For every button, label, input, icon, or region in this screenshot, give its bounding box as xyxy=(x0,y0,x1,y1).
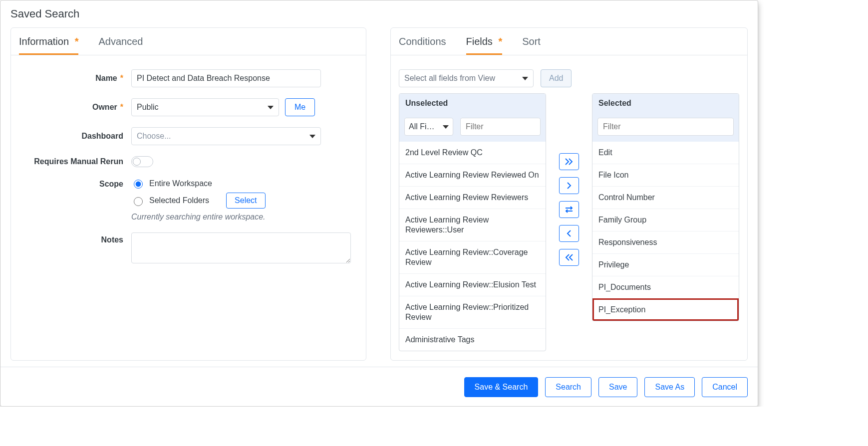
name-input[interactable] xyxy=(131,69,321,87)
chevron-down-icon xyxy=(522,77,528,80)
pane-left: Information * Advanced Name* xyxy=(10,27,366,361)
select-folders-button[interactable]: Select xyxy=(226,193,265,209)
label-owner-text: Owner xyxy=(92,103,117,111)
list-item[interactable]: 2nd Level Review QC xyxy=(399,142,546,164)
dashboard-select-placeholder: Choose... xyxy=(137,132,171,141)
save-as-button[interactable]: Save As xyxy=(644,377,695,397)
list-item[interactable]: Responsiveness xyxy=(592,231,739,253)
right-tabs: Conditions Fields * Sort xyxy=(391,28,747,55)
pane-right: Conditions Fields * Sort Select all fiel… xyxy=(390,27,748,361)
tab-advanced[interactable]: Advanced xyxy=(98,36,143,55)
content-columns: Information * Advanced Name* xyxy=(0,27,758,367)
list-item[interactable]: Administrative Tags xyxy=(399,328,546,351)
move-all-right-button[interactable] xyxy=(559,153,579,170)
label-notes: Notes xyxy=(19,232,131,244)
tab-advanced-label: Advanced xyxy=(98,36,143,47)
scope-radio-selected-label: Selected Folders xyxy=(149,196,209,205)
add-button[interactable]: Add xyxy=(541,69,572,87)
unselected-column: Unselected All Fi… 2nd Level Review QCAc… xyxy=(399,93,546,351)
list-item[interactable]: Active Learning Review Reviewers xyxy=(399,186,546,209)
list-item[interactable]: Control Number xyxy=(592,186,739,209)
tab-sort[interactable]: Sort xyxy=(522,36,541,55)
save-button[interactable]: Save xyxy=(598,377,637,397)
scope-hint: Currently searching entire workspace. xyxy=(131,213,358,222)
label-name-text: Name xyxy=(95,74,117,82)
label-requires-rerun: Requires Manual Rerun xyxy=(19,157,131,166)
left-tab-body: Name* Owner* Public Me xyxy=(11,55,366,283)
saved-search-window: Saved Search Information * Advanced Name… xyxy=(0,0,758,407)
tab-fields-label: Fields xyxy=(466,36,493,47)
scope-radio-entire-label: Entire Workspace xyxy=(149,179,212,188)
list-item[interactable]: Active Learning Review::Coverage Review xyxy=(399,241,546,273)
chevron-down-icon xyxy=(443,125,449,129)
view-select[interactable]: Select all fields from View xyxy=(399,69,534,87)
unselected-filter-select[interactable]: All Fi… xyxy=(404,118,453,136)
chevron-down-icon xyxy=(309,135,315,138)
right-tab-body: Select all fields from View Add Unselect… xyxy=(391,55,747,360)
requires-rerun-toggle[interactable] xyxy=(131,156,153,167)
chevron-down-icon xyxy=(268,106,274,109)
list-item[interactable]: Active Learning Review::Elusion Test xyxy=(399,273,546,296)
label-owner: Owner* xyxy=(19,103,131,112)
list-item[interactable]: Edit xyxy=(592,142,739,164)
move-all-left-button[interactable] xyxy=(559,249,579,266)
tab-conditions[interactable]: Conditions xyxy=(399,36,446,55)
dashboard-select[interactable]: Choose... xyxy=(131,127,321,145)
page-title: Saved Search xyxy=(0,0,758,27)
tab-information[interactable]: Information * xyxy=(19,36,78,55)
unselected-list[interactable]: 2nd Level Review QCActive Learning Revie… xyxy=(399,142,546,351)
list-item[interactable]: PI_Exception xyxy=(592,298,739,321)
notes-textarea[interactable] xyxy=(131,232,351,263)
list-item[interactable]: Privilege xyxy=(592,253,739,276)
required-indicator: * xyxy=(120,74,123,82)
list-item[interactable]: PI_Documents xyxy=(592,276,739,298)
owner-select-value: Public xyxy=(137,103,159,112)
move-left-button[interactable] xyxy=(559,225,579,242)
list-item[interactable]: Family Group xyxy=(592,209,739,231)
selected-header: Selected xyxy=(592,94,739,113)
search-button[interactable]: Search xyxy=(545,377,591,397)
scope-radio-selected[interactable] xyxy=(134,197,143,206)
required-indicator: * xyxy=(498,36,502,47)
label-dashboard: Dashboard xyxy=(19,132,131,141)
tab-fields[interactable]: Fields * xyxy=(466,36,503,55)
left-tabs: Information * Advanced xyxy=(11,28,366,55)
footer-actions: Save & Search Search Save Save As Cancel xyxy=(0,367,758,406)
label-name: Name* xyxy=(19,74,131,83)
owner-select[interactable]: Public xyxy=(131,98,279,116)
move-right-button[interactable] xyxy=(559,177,579,194)
list-item[interactable]: Active Learning Review Reviewers::User xyxy=(399,209,546,241)
required-indicator: * xyxy=(75,36,79,47)
list-item[interactable]: Active Learning Review Reviewed On xyxy=(399,164,546,186)
label-scope: Scope xyxy=(19,178,131,189)
mover-buttons xyxy=(559,153,579,266)
selected-column: Selected EditFile IconControl NumberFami… xyxy=(592,93,739,321)
unselected-header: Unselected xyxy=(399,94,546,113)
unselected-filter-input[interactable] xyxy=(460,118,541,136)
list-item[interactable]: File Icon xyxy=(592,164,739,186)
selected-list[interactable]: EditFile IconControl NumberFamily GroupR… xyxy=(592,142,739,321)
save-and-search-button[interactable]: Save & Search xyxy=(464,377,539,397)
selected-filter-input[interactable] xyxy=(597,118,734,136)
cancel-button[interactable]: Cancel xyxy=(702,377,748,397)
list-item[interactable]: Active Learning Review::Prioritized Revi… xyxy=(399,296,546,328)
me-button[interactable]: Me xyxy=(285,98,315,116)
unselected-filter-select-value: All Fi… xyxy=(409,122,435,131)
required-indicator: * xyxy=(120,103,123,111)
view-select-placeholder: Select all fields from View xyxy=(404,74,495,83)
swap-button[interactable] xyxy=(559,201,579,218)
tab-information-label: Information xyxy=(19,36,69,47)
scope-radio-entire[interactable] xyxy=(134,180,143,189)
toggle-knob xyxy=(133,158,141,166)
